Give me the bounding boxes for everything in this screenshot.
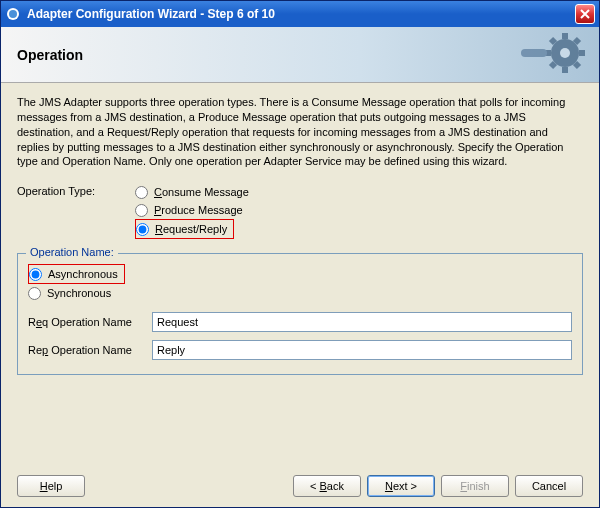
description-text: The JMS Adapter supports three operation… [17,95,583,169]
help-button[interactable]: Help [17,475,85,497]
radio-asynchronous[interactable]: Asynchronous [28,264,125,284]
svg-point-1 [9,10,17,18]
radio-label-consume: Consume Message [154,184,249,200]
next-button[interactable]: Next > [367,475,435,497]
radio-consume-message[interactable]: Consume Message [135,183,253,201]
svg-point-11 [560,48,570,58]
radio-synchronous[interactable]: Synchronous [28,284,572,302]
radio-input-sync[interactable] [28,287,41,300]
operation-name-fieldset: Operation Name: Asynchronous Synchronous… [17,253,583,375]
operation-type-options: Consume Message Produce Message Request/… [135,183,253,239]
radio-request-reply[interactable]: Request/Reply [135,219,234,239]
page-title: Operation [17,47,83,63]
operation-type-label: Operation Type: [17,183,135,197]
rep-operation-label: Rep Operation Name [28,344,144,356]
svg-line-9 [551,63,555,67]
operation-name-legend: Operation Name: [26,246,118,258]
radio-label-async: Asynchronous [48,266,118,282]
back-button[interactable]: < Back [293,475,361,497]
svg-line-7 [551,39,555,43]
radio-label-sync: Synchronous [47,285,111,301]
finish-button: Finish [441,475,509,497]
radio-produce-message[interactable]: Produce Message [135,201,253,219]
svg-rect-12 [521,49,547,57]
radio-input-async[interactable] [29,268,42,281]
app-icon [5,6,21,22]
radio-input-request-reply[interactable] [136,223,149,236]
radio-label-request-reply: Request/Reply [155,221,227,237]
svg-line-8 [575,63,579,67]
cancel-button[interactable]: Cancel [515,475,583,497]
window-title: Adapter Configuration Wizard - Step 6 of… [27,7,575,21]
radio-input-consume[interactable] [135,186,148,199]
gear-icon [521,31,591,79]
req-operation-input[interactable] [152,312,572,332]
rep-operation-row: Rep Operation Name [28,340,572,360]
content-area: The JMS Adapter supports three operation… [1,83,599,375]
operation-mode-options: Asynchronous Synchronous [28,264,572,302]
operation-type-row: Operation Type: Consume Message Produce … [17,183,583,239]
svg-line-10 [575,39,579,43]
radio-label-produce: Produce Message [154,202,243,218]
req-operation-label: Req Operation Name [28,316,144,328]
radio-input-produce[interactable] [135,204,148,217]
header-banner: Operation [1,27,599,83]
rep-operation-input[interactable] [152,340,572,360]
close-button[interactable] [575,4,595,24]
req-operation-row: Req Operation Name [28,312,572,332]
wizard-window: Adapter Configuration Wizard - Step 6 of… [0,0,600,508]
title-bar: Adapter Configuration Wizard - Step 6 of… [1,1,599,27]
button-bar: Help < Back Next > Finish Cancel [1,475,599,497]
